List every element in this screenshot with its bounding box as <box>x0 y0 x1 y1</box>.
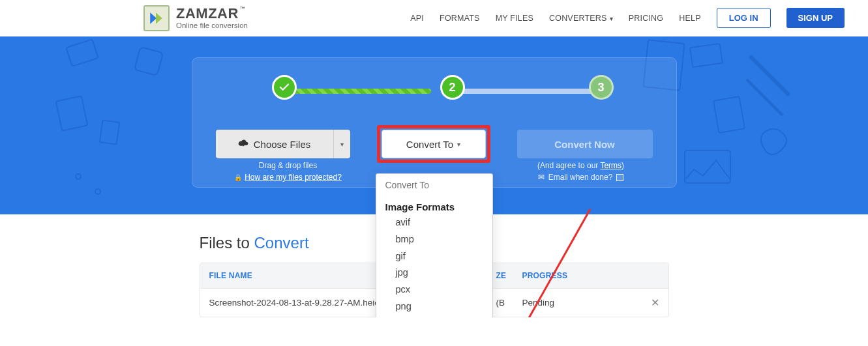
terms-link[interactable]: Terms <box>600 161 621 170</box>
choose-files-group: Choose Files ▾ <box>216 130 350 158</box>
dropdown-item[interactable]: pcx <box>376 281 492 298</box>
nav-pricing[interactable]: PRICING <box>629 14 664 23</box>
step-3-upcoming: 3 <box>589 75 614 100</box>
file-progress-cell: Pending <box>522 298 555 308</box>
convert-to-dropdown[interactable]: Convert To Image Formats avif bmp gif jp… <box>376 173 493 317</box>
svg-rect-0 <box>66 39 98 66</box>
svg-point-4 <box>76 174 81 179</box>
mail-icon: ✉ <box>538 173 545 182</box>
email-when-done-label: Email when done? <box>548 173 613 182</box>
navbar: ZAMZAR Online file conversion API FORMAT… <box>0 0 868 36</box>
stepper: 2 3 <box>192 75 676 102</box>
svg-rect-2 <box>56 96 88 130</box>
svg-rect-9 <box>685 151 730 183</box>
choose-files-button[interactable]: Choose Files <box>216 130 333 158</box>
login-button[interactable]: LOG IN <box>717 8 771 28</box>
chevron-down-icon: ▾ <box>340 141 344 148</box>
svg-rect-1 <box>134 47 163 76</box>
dropdown-item[interactable]: tiff <box>376 315 492 318</box>
step-1-done <box>272 75 297 100</box>
check-icon <box>278 81 290 93</box>
converter-panel: 2 3 Choose Files ▾ Convert To ▾ C <box>192 57 677 188</box>
dropdown-item[interactable]: avif <box>376 214 492 231</box>
remove-file-button[interactable]: ✕ <box>651 296 659 309</box>
step-2-active: 2 <box>440 75 465 100</box>
svg-rect-7 <box>690 44 723 67</box>
nav-links: API FORMATS MY FILES CONVERTERS PRICING … <box>410 8 845 28</box>
dropdown-search[interactable]: Convert To <box>376 174 492 196</box>
drag-drop-hint: Drag & drop files <box>259 161 317 170</box>
nav-converters[interactable]: CONVERTERS <box>549 14 613 23</box>
dropdown-group-image: Image Formats <box>376 196 492 214</box>
file-size-cell: (B <box>496 298 522 308</box>
convert-to-label: Convert To <box>406 139 453 150</box>
choose-files-more-button[interactable]: ▾ <box>333 130 350 158</box>
choose-files-label: Choose Files <box>254 139 311 150</box>
lock-icon: 🔒 <box>234 174 242 181</box>
chevron-down-icon: ▾ <box>457 141 460 148</box>
brand-logo[interactable]: ZAMZAR Online file conversion <box>143 5 248 31</box>
brand-tagline: Online file conversion <box>176 22 248 30</box>
dropdown-item[interactable]: bmp <box>376 231 492 248</box>
progress-track-1 <box>284 89 431 94</box>
signup-button[interactable]: SIGN UP <box>786 8 845 28</box>
svg-rect-3 <box>100 120 119 144</box>
svg-point-5 <box>95 189 100 194</box>
col-size: ZE <box>496 271 522 280</box>
agree-terms-text: (And agree to our Terms) <box>537 161 624 170</box>
cloud-upload-icon <box>238 139 248 149</box>
dropdown-item[interactable]: jpg <box>376 265 492 281</box>
hero: 2 3 Choose Files ▾ Convert To ▾ C <box>0 36 868 214</box>
col-progress: PROGRESS <box>522 271 659 280</box>
nav-formats[interactable]: FORMATS <box>440 14 480 23</box>
nav-help[interactable]: HELP <box>679 14 700 23</box>
convert-now-button[interactable]: Convert Now <box>517 130 653 158</box>
dropdown-item[interactable]: gif <box>376 248 492 265</box>
svg-rect-8 <box>713 96 745 133</box>
zamzar-logo-icon <box>143 5 170 31</box>
email-when-done-checkbox[interactable] <box>616 174 623 181</box>
dropdown-item[interactable]: png <box>376 298 492 315</box>
files-protected-link[interactable]: How are my files protected? <box>245 173 342 182</box>
convert-to-dropdown-button[interactable]: Convert To ▾ <box>382 130 486 158</box>
nav-api[interactable]: API <box>410 14 424 23</box>
progress-track-2 <box>453 89 601 94</box>
nav-myfiles[interactable]: MY FILES <box>496 14 533 23</box>
brand-name: ZAMZAR <box>176 7 248 21</box>
